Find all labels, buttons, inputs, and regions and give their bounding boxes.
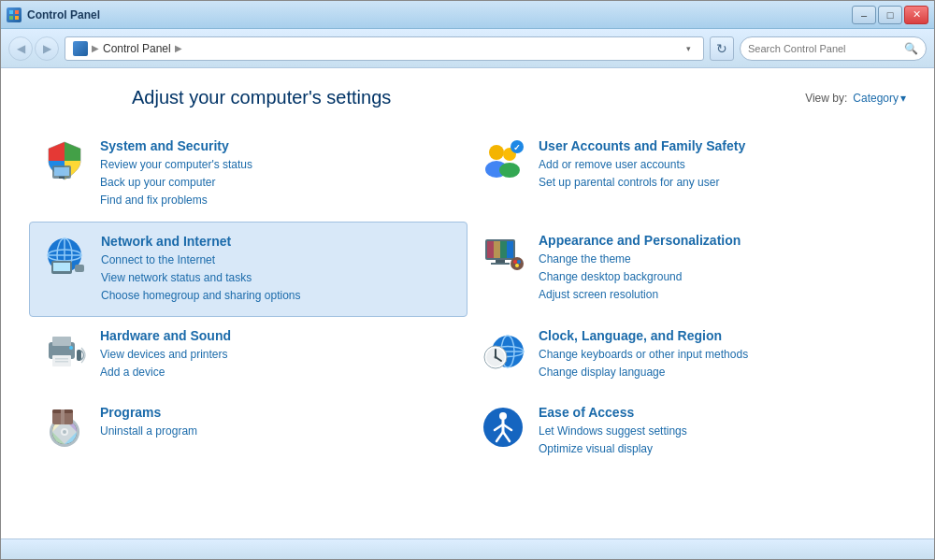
section-appearance[interactable]: Appearance and Personalization Change th… xyxy=(468,222,906,318)
link-fix-problems[interactable]: Find and fix problems xyxy=(100,192,454,209)
svg-point-11 xyxy=(489,145,504,160)
title-network-internet[interactable]: Network and Internet xyxy=(101,234,453,249)
refresh-icon: ↻ xyxy=(716,41,727,56)
view-by-control: View by: Category ▾ xyxy=(805,92,906,105)
icon-hardware-sound xyxy=(42,328,87,373)
text-hardware-sound: Hardware and Sound View devices and prin… xyxy=(100,328,454,381)
link-add-remove-accounts[interactable]: Add or remove user accounts xyxy=(539,156,893,174)
svg-rect-32 xyxy=(491,263,510,265)
back-icon: ◀ xyxy=(17,42,25,55)
title-clock-language[interactable]: Clock, Language, and Region xyxy=(539,328,893,343)
search-input[interactable] xyxy=(748,43,900,54)
svg-point-52 xyxy=(495,356,497,359)
svg-rect-1 xyxy=(15,10,19,14)
forward-icon: ▶ xyxy=(43,42,51,55)
link-network-status[interactable]: View network status and tasks xyxy=(101,269,453,287)
window-title: Control Panel xyxy=(27,8,100,22)
svg-rect-9 xyxy=(54,167,69,176)
link-windows-suggest[interactable]: Let Windows suggest settings xyxy=(539,423,893,440)
icon-programs xyxy=(42,405,87,450)
svg-rect-60 xyxy=(61,409,65,424)
link-add-device[interactable]: Add a device xyxy=(100,364,454,381)
svg-point-34 xyxy=(513,260,517,264)
address-bar-icon xyxy=(73,41,88,56)
title-hardware-sound[interactable]: Hardware and Sound xyxy=(100,328,454,343)
svg-point-42 xyxy=(69,346,73,350)
svg-rect-23 xyxy=(53,263,70,271)
svg-rect-43 xyxy=(77,350,81,361)
svg-point-35 xyxy=(517,260,521,264)
back-button[interactable]: ◀ xyxy=(8,36,33,61)
text-network-internet: Network and Internet Connect to the Inte… xyxy=(101,234,453,306)
icon-clock-language xyxy=(481,328,525,373)
forward-button[interactable]: ▶ xyxy=(35,36,59,61)
link-review-status[interactable]: Review your computer's status xyxy=(100,156,454,174)
navigation-bar: ◀ ▶ ▶ Control Panel ▶ ▾ ↻ 🔍 xyxy=(1,29,934,68)
svg-rect-0 xyxy=(9,10,13,14)
link-display-language[interactable]: Change display language xyxy=(539,364,893,381)
minimize-button[interactable]: – xyxy=(852,6,876,24)
section-clock-language[interactable]: Clock, Language, and Region Change keybo… xyxy=(468,317,906,393)
svg-rect-41 xyxy=(55,361,68,363)
maximize-button[interactable]: □ xyxy=(878,6,902,24)
link-screen-resolution[interactable]: Adjust screen resolution xyxy=(539,286,893,304)
svg-rect-30 xyxy=(507,241,513,258)
title-user-accounts[interactable]: User Accounts and Family Safety xyxy=(539,138,893,153)
icon-ease-access xyxy=(481,405,525,450)
section-network-internet[interactable]: Network and Internet Connect to the Inte… xyxy=(29,222,468,318)
svg-rect-40 xyxy=(55,358,68,360)
link-optimize-visual[interactable]: Optimize visual display xyxy=(539,440,893,458)
section-user-accounts[interactable]: ✓ User Accounts and Family Safety Add or… xyxy=(468,127,906,222)
svg-rect-28 xyxy=(494,241,500,258)
link-change-keyboards[interactable]: Change keyboards or other input methods xyxy=(539,346,893,364)
content-header: Adjust your computer's settings View by:… xyxy=(1,68,934,118)
icon-network-internet xyxy=(43,234,88,279)
view-by-dropdown[interactable]: Category ▾ xyxy=(853,92,906,105)
icon-appearance xyxy=(481,233,525,278)
link-homegroup[interactable]: Choose homegroup and sharing options xyxy=(101,287,453,305)
section-hardware-sound[interactable]: Hardware and Sound View devices and prin… xyxy=(29,317,468,393)
text-clock-language: Clock, Language, and Region Change keybo… xyxy=(539,328,893,381)
text-user-accounts: User Accounts and Family Safety Add or r… xyxy=(539,138,893,192)
section-ease-access[interactable]: Ease of Access Let Windows suggest setti… xyxy=(468,394,906,469)
search-box[interactable]: 🔍 xyxy=(740,36,927,61)
text-appearance: Appearance and Personalization Change th… xyxy=(539,233,893,305)
section-system-security[interactable]: System and Security Review your computer… xyxy=(29,127,468,222)
view-by-label: View by: xyxy=(805,92,847,105)
address-dropdown-button[interactable]: ▾ xyxy=(681,41,696,56)
svg-point-57 xyxy=(63,430,66,434)
svg-rect-2 xyxy=(9,16,13,20)
link-view-devices[interactable]: View devices and printers xyxy=(100,346,454,364)
svg-rect-27 xyxy=(487,241,494,258)
icon-user-accounts: ✓ xyxy=(481,138,525,183)
close-button[interactable]: ✕ xyxy=(904,6,928,24)
link-back-up[interactable]: Back up your computer xyxy=(100,174,454,192)
title-ease-access[interactable]: Ease of Access xyxy=(539,405,893,420)
link-uninstall[interactable]: Uninstall a program xyxy=(100,423,454,440)
main-window: Control Panel – □ ✕ ◀ ▶ ▶ Control Panel … xyxy=(0,0,935,560)
title-programs[interactable]: Programs xyxy=(100,405,454,420)
text-ease-access: Ease of Access Let Windows suggest setti… xyxy=(539,405,893,458)
address-bar[interactable]: ▶ Control Panel ▶ ▾ xyxy=(65,36,704,61)
refresh-button[interactable]: ↻ xyxy=(710,36,734,61)
window-icon xyxy=(7,7,22,22)
path-separator2: ▶ xyxy=(175,43,182,53)
svg-rect-3 xyxy=(15,16,19,20)
svg-rect-24 xyxy=(75,265,84,272)
section-programs[interactable]: Programs Uninstall a program xyxy=(29,394,468,469)
control-panel-grid: System and Security Review your computer… xyxy=(1,118,934,479)
link-desktop-background[interactable]: Change desktop background xyxy=(539,268,893,286)
page-title: Adjust your computer's settings xyxy=(132,87,391,108)
main-content: Adjust your computer's settings View by:… xyxy=(1,68,934,538)
svg-rect-29 xyxy=(500,241,507,258)
link-connect-internet[interactable]: Connect to the Internet xyxy=(101,251,453,269)
title-bar: Control Panel – □ ✕ xyxy=(1,1,934,29)
view-by-value: Category xyxy=(853,92,899,105)
title-appearance[interactable]: Appearance and Personalization xyxy=(539,233,893,248)
path-separator: ▶ xyxy=(92,43,99,53)
svg-text:✓: ✓ xyxy=(513,143,521,152)
link-change-theme[interactable]: Change the theme xyxy=(539,251,893,268)
title-system-security[interactable]: System and Security xyxy=(100,138,454,153)
link-parental-controls[interactable]: Set up parental controls for any user xyxy=(539,174,893,192)
nav-arrows: ◀ ▶ xyxy=(8,36,59,61)
